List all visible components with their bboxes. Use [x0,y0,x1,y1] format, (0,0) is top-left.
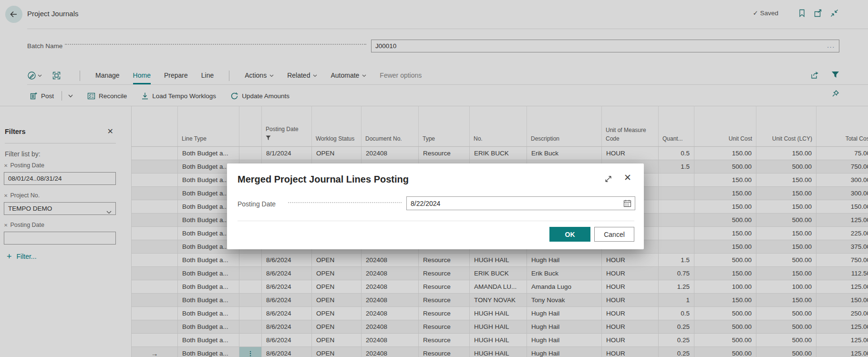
dialog-posting-date-input[interactable] [407,197,635,210]
expand-dialog-icon[interactable] [604,175,612,185]
dialog-posting-date-label: Posting Date [238,200,276,208]
dialog-title: Merged Project Journal Lines Posting [238,174,409,185]
dialog-divider [238,221,634,221]
close-dialog-icon[interactable]: ✕ [624,173,631,183]
merged-posting-dialog: Merged Project Journal Lines Posting ✕ P… [227,163,644,249]
calendar-icon[interactable] [623,199,631,209]
dialog-posting-date-field[interactable] [406,196,635,210]
cancel-button[interactable]: Cancel [594,227,634,242]
ok-button[interactable]: OK [549,227,590,242]
dotted-leader [288,202,402,203]
